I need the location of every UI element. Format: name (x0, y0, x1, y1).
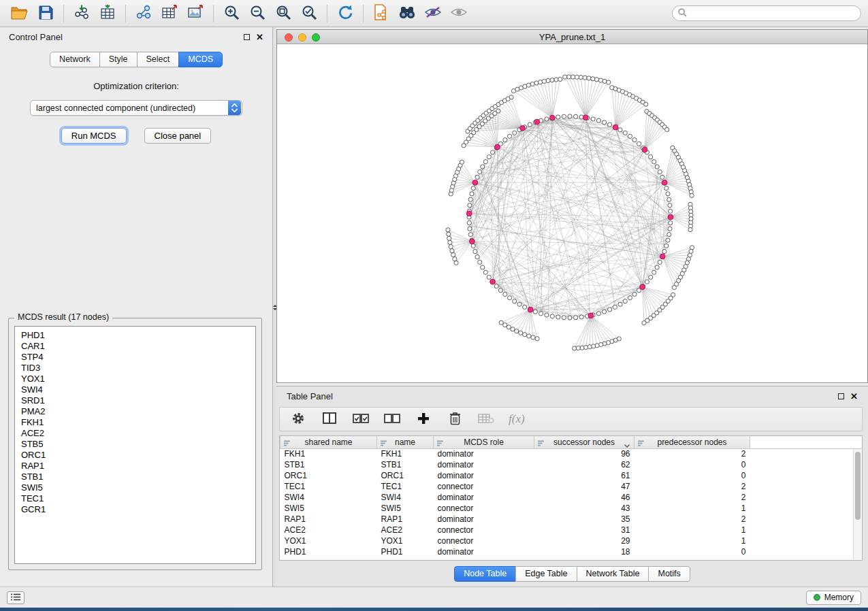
network-node[interactable] (447, 236, 451, 240)
table-row[interactable]: YOX1 YOX1 connector 29 1 (280, 535, 863, 546)
network-hub-node[interactable] (466, 211, 472, 216)
network-node[interactable] (608, 122, 612, 127)
network-hub-node[interactable] (583, 115, 588, 120)
network-node[interactable] (545, 313, 549, 317)
network-node[interactable] (468, 197, 472, 201)
network-node[interactable] (665, 127, 669, 131)
network-hub-node[interactable] (660, 254, 665, 259)
column-header-name[interactable]: name (377, 436, 434, 448)
network-node[interactable] (637, 142, 641, 146)
network-node[interactable] (596, 312, 600, 316)
network-node[interactable] (573, 346, 577, 350)
network-node[interactable] (460, 160, 464, 164)
network-node[interactable] (511, 327, 515, 331)
network-node[interactable] (531, 335, 535, 340)
network-hub-node[interactable] (495, 144, 500, 150)
network-node[interactable] (562, 114, 566, 118)
tab-node-table[interactable]: Node Table (454, 566, 516, 582)
mcds-result-item[interactable]: PHD1 (21, 330, 255, 341)
global-search-field[interactable] (672, 5, 861, 21)
network-node[interactable] (618, 128, 622, 132)
network-hub-node[interactable] (470, 239, 475, 244)
network-node[interactable] (475, 175, 479, 179)
network-node[interactable] (689, 249, 693, 253)
network-node[interactable] (530, 82, 534, 86)
mcds-result-item[interactable]: SRD1 (21, 395, 255, 406)
show-columns-button[interactable] (321, 410, 338, 428)
import-network-button[interactable] (69, 3, 95, 24)
network-node[interactable] (446, 228, 450, 232)
network-node[interactable] (666, 238, 670, 242)
network-node[interactable] (450, 249, 454, 253)
network-node[interactable] (523, 305, 527, 309)
network-node[interactable] (470, 192, 474, 196)
tab-edge-table[interactable]: Edge Table (515, 566, 577, 582)
network-node[interactable] (449, 244, 453, 248)
network-hub-node[interactable] (534, 119, 540, 125)
network-node[interactable] (487, 275, 491, 279)
network-node[interactable] (628, 134, 632, 138)
delete-column-button[interactable] (446, 410, 464, 428)
network-node[interactable] (579, 315, 583, 319)
network-node[interactable] (535, 337, 539, 341)
network-node[interactable] (567, 75, 571, 79)
mcds-result-item[interactable]: STP4 (21, 352, 255, 363)
mcds-result-item[interactable]: RAP1 (21, 461, 255, 472)
network-node[interactable] (628, 296, 632, 300)
network-node[interactable] (595, 78, 599, 82)
table-scrollbar[interactable] (853, 449, 861, 559)
network-node[interactable] (602, 120, 607, 125)
network-node[interactable] (579, 76, 583, 80)
network-node[interactable] (519, 331, 523, 335)
network-node[interactable] (496, 109, 500, 113)
window-minimize-icon[interactable] (298, 33, 306, 42)
memory-button[interactable]: Memory (806, 591, 861, 605)
network-node[interactable] (602, 79, 607, 83)
network-node[interactable] (591, 77, 595, 81)
network-node[interactable] (583, 76, 587, 80)
network-node[interactable] (539, 312, 543, 316)
select-all-rows-button[interactable] (352, 410, 370, 428)
network-node[interactable] (550, 78, 554, 82)
table-scrollbar-thumb[interactable] (855, 452, 861, 520)
column-header-successor-nodes[interactable]: successor nodes (534, 436, 634, 448)
network-node[interactable] (478, 170, 482, 174)
network-node[interactable] (491, 150, 495, 154)
table-settings-button[interactable] (289, 410, 307, 428)
network-node[interactable] (596, 118, 600, 122)
close-panel-button[interactable]: Close panel (144, 128, 212, 144)
network-node[interactable] (508, 296, 512, 300)
table-row[interactable]: RAP1 RAP1 dominator 35 2 (280, 514, 863, 525)
network-node[interactable] (574, 114, 578, 118)
network-node[interactable] (598, 78, 602, 82)
network-node[interactable] (575, 75, 579, 79)
network-node[interactable] (652, 270, 656, 274)
mcds-result-item[interactable]: TID3 (21, 363, 255, 374)
network-node[interactable] (467, 221, 471, 225)
network-node[interactable] (468, 233, 472, 237)
close-panel-icon[interactable]: ✕ (256, 33, 263, 42)
mcds-result-item[interactable]: GCR1 (21, 504, 255, 515)
close-panel-icon[interactable]: ✕ (850, 392, 858, 401)
save-button[interactable] (33, 3, 59, 24)
function-builder-button[interactable]: f(x) (509, 412, 525, 426)
table-row[interactable]: ORC1 ORC1 dominator 61 0 (280, 470, 863, 481)
network-node[interactable] (655, 265, 659, 269)
network-node[interactable] (508, 134, 512, 138)
network-node[interactable] (513, 299, 517, 303)
mcds-result-item[interactable]: YOX1 (21, 374, 255, 384)
zoom-out-button[interactable] (244, 3, 270, 24)
network-node[interactable] (613, 305, 617, 309)
network-node[interactable] (481, 265, 485, 269)
network-node[interactable] (528, 122, 532, 127)
network-node[interactable] (562, 316, 566, 320)
network-node[interactable] (517, 302, 521, 306)
mcds-result-item[interactable]: SWI4 (21, 384, 255, 395)
network-node[interactable] (623, 299, 627, 303)
tab-network-table[interactable]: Network Table (577, 566, 649, 582)
network-node[interactable] (554, 78, 558, 82)
network-node[interactable] (649, 155, 653, 159)
network-node[interactable] (666, 192, 670, 196)
network-hub-node[interactable] (472, 180, 478, 186)
network-node[interactable] (664, 186, 669, 191)
